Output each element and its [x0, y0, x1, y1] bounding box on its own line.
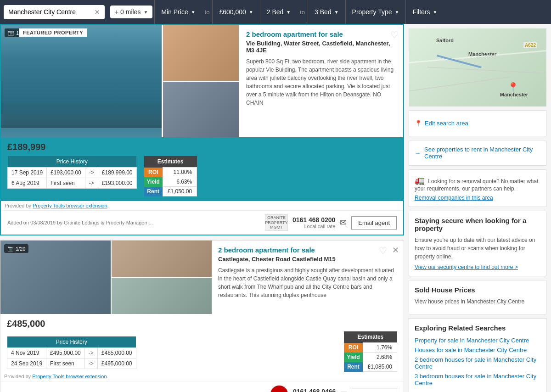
- yield-row: Yield 2.68%: [344, 353, 397, 362]
- agent-logo: GRANITEPROPERTYMGMT: [265, 214, 288, 231]
- ph-date: 24 Sep 2019: [7, 358, 46, 369]
- listing-description: Superb 800 Sq Ft, two bedroom, river sid…: [246, 57, 397, 107]
- ph-from: £193,000.00: [47, 168, 85, 178]
- listing-address: Vie Building, Water Street, Castlefield,…: [246, 40, 397, 54]
- ph-arrow: ->: [84, 358, 97, 369]
- yield-label: Yield: [144, 177, 163, 187]
- phone-number[interactable]: 0161 468 0200: [292, 216, 335, 224]
- estimates-table: Estimates ROI 11.00% Yield 6.63%: [144, 156, 197, 196]
- property-type-filter[interactable]: Property Type ▼: [345, 0, 406, 24]
- removal-icon: 🚛: [415, 176, 425, 185]
- photo-thumb-2[interactable]: [163, 82, 239, 138]
- ph-from: £495,000.00: [46, 348, 85, 358]
- save-button[interactable]: ♡: [390, 29, 399, 40]
- table-row: 24 Sep 2019 First seen -> £495,000.00: [7, 358, 136, 369]
- table-row: 4 Nov 2019 £495,000.00 -> £485,000.00: [7, 348, 136, 358]
- thumb-column: [111, 241, 212, 314]
- ph-arrow: ->: [85, 178, 98, 189]
- email-icon: ✉: [340, 389, 347, 392]
- max-price-filter[interactable]: £600,000 ▼: [212, 0, 259, 24]
- security-section: Staying secure when looking for a proper…: [409, 211, 546, 276]
- listing-description: Castlegate is a prestigious and highly s…: [218, 266, 397, 299]
- estimates-heading: Estimates: [344, 331, 397, 343]
- photo-thumb-1[interactable]: [163, 25, 239, 82]
- related-link-2[interactable]: Houses for sale in Manchester City Centr…: [415, 345, 540, 355]
- sold-prices-section: Sold House Prices View house prices in M…: [409, 280, 546, 314]
- property-type-arrow: ▼: [395, 10, 399, 15]
- related-link-1[interactable]: Property for sale in Manchester City Cen…: [415, 336, 540, 345]
- rent-value: £1,085.00: [363, 362, 397, 372]
- extension-link[interactable]: Property Tools browser extension: [32, 374, 107, 379]
- related-link-3[interactable]: 2 bedroom houses for sale in Manchester …: [415, 355, 540, 371]
- map-road-line-2: [427, 67, 546, 74]
- clear-search-icon[interactable]: ✕: [94, 8, 100, 17]
- distance-dropdown-arrow: ▼: [143, 10, 148, 15]
- min-price-filter[interactable]: Min Price ▼: [154, 0, 202, 24]
- listing-info: ✕ ♡ 2 bedroom apartment for sale Castleg…: [212, 241, 404, 314]
- photo-thumb-1[interactable]: [112, 241, 212, 278]
- ph-arrow: ->: [84, 348, 97, 358]
- map-label-salford: Salford: [436, 38, 454, 43]
- map-container: Salford Manchester A622 Manchester 📍: [409, 28, 546, 106]
- close-button[interactable]: ✕: [392, 245, 399, 255]
- email-icon: ✉: [340, 218, 347, 228]
- related-link-4[interactable]: 3 bedroom houses for sale in Manchester …: [415, 371, 540, 388]
- provided-by: Provided by Property Tools browser exten…: [0, 372, 404, 381]
- roi-row: ROI 11.00%: [144, 168, 197, 177]
- listing-title: 2 bedroom apartment for sale: [218, 246, 397, 254]
- main-photo[interactable]: [1, 25, 162, 137]
- listing-title: 2 bedroom apartment for sale: [246, 30, 397, 38]
- roi-label: ROI: [144, 168, 163, 177]
- photo-thumb-2[interactable]: [112, 278, 212, 314]
- security-link[interactable]: View our security centre to find out mor…: [415, 264, 518, 270]
- roi-row: ROI 1.76%: [344, 343, 397, 353]
- local-call-label: Local call rate: [292, 224, 335, 229]
- ph-arrow: ->: [85, 168, 98, 178]
- ph-from: First seen: [47, 178, 85, 189]
- price-history-block: £485,000 Price History 4 Nov 2019 £495,0…: [7, 319, 339, 372]
- agent-logo: JLL: [270, 385, 288, 392]
- min-price-arrow: ▼: [191, 10, 196, 15]
- table-row: 17 Sep 2019 £193,000.00 -> £189,999.00: [8, 168, 137, 178]
- rent-label: Rent: [144, 187, 163, 196]
- ph-to: £495,000.00: [97, 358, 136, 369]
- rent-link-section: See properties to rent in Manchester Cit…: [409, 140, 546, 166]
- map-road-line-3: [409, 77, 509, 92]
- distance-selector[interactable]: + 0 miles ▼: [110, 6, 152, 18]
- rent-label: Rent: [344, 362, 363, 372]
- agent-contact: JLL 0161 468 0466 Local call rate ✉ Emai…: [270, 385, 397, 392]
- email-agent-button[interactable]: Email agent: [351, 216, 397, 230]
- filters-button[interactable]: Filters ▼: [405, 0, 444, 24]
- main-layout: 📷 1/9 FEATURED PROPERTY ♡ 2: [0, 24, 551, 392]
- removal-link[interactable]: Removal companies in this area: [415, 195, 540, 201]
- sold-prices-text: View house prices in Manchester City Cen…: [415, 297, 540, 306]
- bed-min-filter[interactable]: 2 Bed ▼: [260, 0, 298, 24]
- ph-date: 17 Sep 2019: [8, 168, 47, 178]
- map-pin: 📍: [507, 82, 519, 93]
- save-button[interactable]: ♡: [379, 245, 387, 256]
- price-history-heading: Price History: [7, 336, 136, 348]
- price-section: £485,000 Price History 4 Nov 2019 £495,0…: [0, 314, 404, 372]
- photo-count-badge: 📷 1/20: [4, 244, 28, 253]
- edit-search-button[interactable]: 📍 Edit search area: [415, 116, 540, 130]
- featured-photo-grid: [1, 25, 240, 137]
- search-input-wrap[interactable]: ✕: [4, 5, 105, 19]
- search-input[interactable]: [8, 8, 94, 16]
- map-road-a622: A622: [523, 42, 537, 48]
- extension-link[interactable]: Property Tools browser extension: [33, 203, 107, 208]
- email-agent-button[interactable]: Email agent: [352, 388, 397, 392]
- estimates-heading: Estimates: [144, 156, 197, 168]
- removal-quote-section: 🚛 Looking for a removal quote? No matter…: [409, 169, 546, 207]
- rent-link[interactable]: See properties to rent in Manchester Cit…: [415, 146, 540, 160]
- rent-value: £1,050.00: [163, 187, 197, 196]
- featured-badge: FEATURED PROPERTY: [19, 28, 87, 37]
- phone-number[interactable]: 0161 468 0466: [293, 388, 336, 392]
- related-searches-section: Exploring Related Searches Property for …: [409, 318, 546, 392]
- listings-panel: 📷 1/9 FEATURED PROPERTY ♡ 2: [0, 24, 404, 392]
- estimates-table: Estimates ROI 1.76% Yield 2.68%: [344, 331, 397, 372]
- agent-bar: Reduced on 31/10/2019 by JLL, Manchester…: [0, 381, 404, 392]
- listing-price-section: £189,999 Price History 17 Sep 2019 £193,…: [1, 137, 403, 201]
- yield-row: Yield 6.63%: [144, 177, 197, 187]
- bed-max-filter[interactable]: 3 Bed ▼: [308, 0, 345, 24]
- ph-to: £189,999.00: [98, 168, 136, 178]
